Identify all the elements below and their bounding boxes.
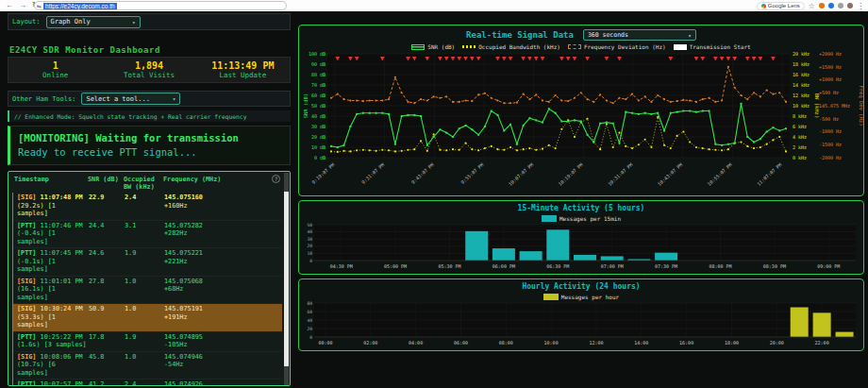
google-lens-icon xyxy=(761,4,766,8)
chevron-down-icon: ▾ xyxy=(132,19,136,25)
table-row[interactable]: [SIG] 11:01:01 PM(16.1s) [1 samples]27.8… xyxy=(13,277,282,305)
svg-text:90 dB: 90 dB xyxy=(311,61,326,67)
extension-icon[interactable] xyxy=(819,3,825,8)
row-offset: +68Hz xyxy=(164,285,282,294)
monitoring-panel: [MONITORING] Waiting for transmission Re… xyxy=(8,126,291,165)
row-detail: (10.7s) [6 samples] xyxy=(17,361,89,377)
table-row[interactable]: [PTT] 10:07:57 PM(7.5s) [17 samples]41.2… xyxy=(13,380,282,386)
svg-text:07:30 PM: 07:30 PM xyxy=(655,263,677,269)
row-bw: 1.0 xyxy=(125,305,164,329)
svg-text:50 dB: 50 dB xyxy=(311,103,326,109)
row-frequency: 145.075068 xyxy=(164,278,203,285)
row-time: 11:07:45 PM xyxy=(41,249,83,257)
svg-text:-2000 Hz: -2000 Hz xyxy=(819,155,842,160)
row-detail: (-0.1s) [1 samples] xyxy=(17,258,89,274)
monitoring-status: [MONITORING] Waiting for transmission xyxy=(18,131,290,145)
signal-table: Timestamp SNR (dB) Occupied BW (kHz) Fre… xyxy=(8,171,291,386)
activity15-title: 15-Minute Activity (5 hours) xyxy=(299,204,863,212)
svg-text:8 kHz: 8 kHz xyxy=(793,113,807,119)
bookmark-star-icon[interactable]: ☆ xyxy=(809,2,815,10)
hourly-legend: Messages per hour xyxy=(299,294,863,300)
row-time: 11:07:48 PM xyxy=(41,194,83,201)
svg-text:+1000 Hz: +1000 Hz xyxy=(819,76,842,82)
svg-text:10: 10 xyxy=(307,251,312,256)
row-tag: [PTT] xyxy=(17,333,36,341)
row-offset: +282Hz xyxy=(164,229,282,238)
svg-text:40: 40 xyxy=(307,318,312,323)
svg-text:14:00: 14:00 xyxy=(634,340,648,346)
activity15-panel: 15-Minute Activity (5 hours) Messages pe… xyxy=(298,200,864,275)
svg-text:+2000 Hz: +2000 Hz xyxy=(819,52,842,57)
row-bw: 1.0 xyxy=(125,353,164,378)
row-snr: 24.6 xyxy=(89,249,125,274)
table-scrollbar[interactable] xyxy=(284,173,289,386)
dashboard-page: Layout: Graph Only ▾ E24CY SDR Monitor D… xyxy=(0,11,868,388)
hourly-chart-svg[interactable]: 02040608000:0002:0004:0006:0008:0010:001… xyxy=(301,301,863,346)
row-detail: (53.3s) [1 samples] xyxy=(17,313,89,329)
extensions-puzzle-icon[interactable] xyxy=(838,3,843,8)
svg-text:06:30 PM: 06:30 PM xyxy=(546,263,569,269)
col-timestamp: Timestamp xyxy=(14,176,88,191)
table-row[interactable]: [PTT] 10:25:22 PM(1.6s) [3 samples]17.81… xyxy=(13,332,282,352)
row-tag: [PTT] xyxy=(17,222,36,229)
tools-select[interactable]: Select a tool... ▾ xyxy=(81,93,180,105)
transmission-start-swatch xyxy=(674,44,687,50)
svg-text:16 kHz: 16 kHz xyxy=(793,72,810,77)
help-icon[interactable]: ? xyxy=(272,175,280,183)
svg-text:6 kHz: 6 kHz xyxy=(793,124,807,129)
tools-label: Other Ham Tools: xyxy=(12,95,75,103)
range-select[interactable]: 360 seconds ▾ xyxy=(583,29,696,41)
bandwidth-line-swatch xyxy=(462,45,476,48)
activity15-chart-svg[interactable]: 0102030405004:30 PM05:00 PM05:30 PM06:00… xyxy=(301,223,863,270)
google-lens-button[interactable]: Google Lens xyxy=(757,2,805,10)
row-bw: 1.9 xyxy=(125,333,164,349)
layout-label: Layout: xyxy=(12,18,41,25)
table-row[interactable]: [SIG] 10:30:24 PM(53.3s) [1 samples]50.9… xyxy=(13,304,282,332)
table-row[interactable]: [SIG] 10:08:06 PM(10.7s) [6 samples]45.8… xyxy=(13,352,282,380)
svg-text:16:00: 16:00 xyxy=(679,340,693,346)
svg-text:40: 40 xyxy=(307,229,312,234)
svg-text:02:00: 02:00 xyxy=(363,340,377,346)
url-text[interactable]: https://e24cy.decom.co.th xyxy=(43,3,117,9)
realtime-chart-svg[interactable]: 100 dB20 kHz90 dB18 kHz80 dB16 kHz70 dB1… xyxy=(301,52,863,192)
svg-text:20:00: 20:00 xyxy=(770,340,784,346)
row-tag: [PTT] xyxy=(17,380,36,386)
svg-text:11:07:07 PM: 11:07:07 PM xyxy=(756,161,783,187)
svg-text:0 dB: 0 dB xyxy=(314,155,326,160)
row-detail: (-0.4s) [1 samples] xyxy=(17,229,89,245)
svg-text:18:00: 18:00 xyxy=(725,340,739,346)
table-row[interactable]: [SIG] 11:07:48 PM(29.2s) [1 samples]22.9… xyxy=(13,193,282,221)
address-bar[interactable]: ⇆ https://e24cy.decom.co.th xyxy=(34,1,287,10)
col-snr: SNR (dB) xyxy=(88,176,124,191)
table-row[interactable]: [PTT] 11:07:45 PM(-0.1s) [1 samples]24.6… xyxy=(13,248,282,277)
table-row[interactable]: [PTT] 11:07:46 PM(-0.4s) [1 samples]24.4… xyxy=(13,221,282,249)
svg-text:00:00: 00:00 xyxy=(318,340,332,346)
chevron-down-icon: ▾ xyxy=(173,95,176,102)
svg-text:9:31:07 PM: 9:31:07 PM xyxy=(360,161,385,185)
snr-line-swatch xyxy=(411,44,425,50)
svg-text:10:43:07 PM: 10:43:07 PM xyxy=(657,161,684,187)
site-info-icon[interactable]: ⇆ xyxy=(37,3,42,9)
extension-icon[interactable] xyxy=(828,3,834,8)
svg-text:10:55:07 PM: 10:55:07 PM xyxy=(706,161,733,187)
svg-text:30 dB: 30 dB xyxy=(311,124,326,129)
profile-avatar[interactable] xyxy=(847,3,853,8)
scrollbar-thumb[interactable] xyxy=(284,192,289,366)
row-detail: (16.1s) [1 samples] xyxy=(17,285,89,301)
forward-icon[interactable]: → xyxy=(19,1,26,10)
layout-select[interactable]: Graph Only ▾ xyxy=(46,16,141,28)
svg-text:12:00: 12:00 xyxy=(589,340,603,346)
stat-online: 1 Online xyxy=(8,58,102,82)
browser-toolbar: ← → ↻ ⇆ https://e24cy.decom.co.th Google… xyxy=(0,0,868,11)
hourly-title: Hourly Activity (24 hours) xyxy=(299,282,863,291)
svg-text:+500 Hz: +500 Hz xyxy=(819,90,839,95)
row-bw: 1.0 xyxy=(125,278,164,302)
browser-menu-icon[interactable]: ⋮ xyxy=(857,2,864,10)
row-time: 10:08:06 PM xyxy=(41,353,83,361)
chevron-down-icon: ▾ xyxy=(688,32,692,39)
realtime-title: Real-time Signal Data xyxy=(466,30,574,40)
back-icon[interactable]: ← xyxy=(6,1,13,10)
svg-text:10 dB: 10 dB xyxy=(311,144,326,150)
svg-text:50: 50 xyxy=(307,223,312,228)
row-offset: +160Hz xyxy=(164,202,282,211)
